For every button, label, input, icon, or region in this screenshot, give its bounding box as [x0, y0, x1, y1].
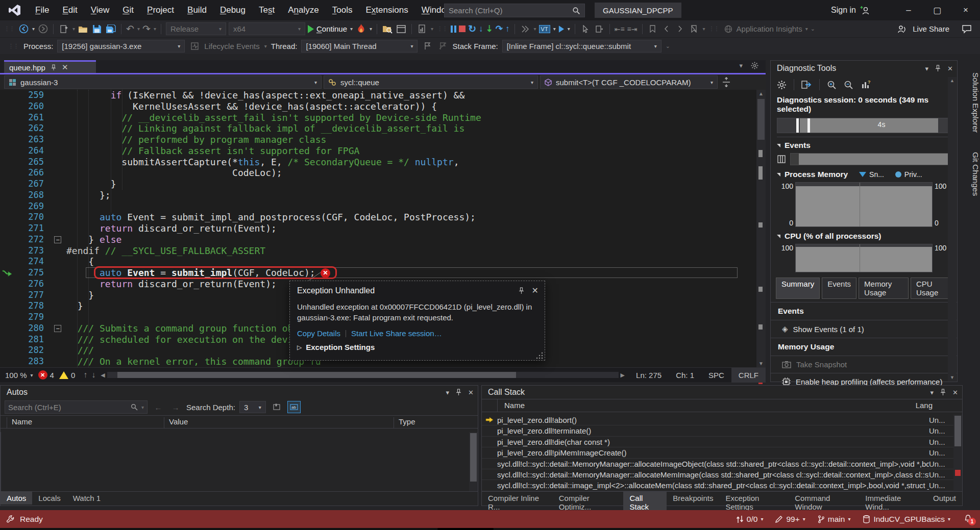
- diag-settings-gear-icon[interactable]: [777, 80, 787, 90]
- autos-tab-watch-1[interactable]: Watch 1: [67, 492, 107, 504]
- call-stack-row[interactable]: sycl.dll!cl::sycl::detail::MemoryManager…: [482, 469, 953, 480]
- menu-file[interactable]: File: [29, 0, 56, 20]
- code-line-267[interactable]: 267 }: [0, 179, 756, 190]
- breakpoint-margin[interactable]: [0, 212, 14, 223]
- call-stack-row[interactable]: pi_level_zero.dll!abort()Un...: [482, 415, 953, 425]
- breakpoint-margin[interactable]: [0, 245, 14, 257]
- cs-lang-column-header[interactable]: Lang: [916, 401, 933, 410]
- breakpoint-margin[interactable]: [0, 101, 14, 112]
- toggle-bookmark-icon[interactable]: [647, 23, 658, 35]
- search-depth-dropdown[interactable]: 3▾: [239, 401, 266, 413]
- breakpoint-margin[interactable]: [0, 334, 14, 345]
- bookmarks-dropdown[interactable]: ▾: [703, 26, 705, 32]
- autos-tab-autos[interactable]: Autos: [1, 492, 32, 504]
- menu-build[interactable]: Build: [181, 0, 213, 20]
- diagnostics-timeline[interactable]: 4s: [777, 118, 951, 133]
- code-line-275[interactable]: 275 auto Event = submit_impl(CGF, CodeLo…: [0, 267, 756, 279]
- overflow-chevron[interactable]: ⌄: [666, 43, 670, 49]
- error-count-icon[interactable]: ✕: [38, 370, 47, 380]
- tab-queue-hpp[interactable]: queue.hpp ✕: [4, 60, 96, 73]
- stop-debugging-button[interactable]: [459, 26, 465, 32]
- code-line-259[interactable]: 259 if (IsKernel && !device_has(aspect::…: [0, 90, 756, 101]
- tab-list-dropdown-icon[interactable]: ▾: [739, 62, 743, 69]
- close-panel-icon[interactable]: ✕: [952, 389, 958, 396]
- application-insights-label[interactable]: Application Insights: [737, 24, 802, 33]
- breakpoint-margin[interactable]: [0, 90, 14, 101]
- process-memory-section-header[interactable]: Process Memory Sn... Priv...: [771, 166, 957, 181]
- breakpoint-margin[interactable]: [0, 256, 14, 267]
- cpu-plot[interactable]: [795, 244, 933, 272]
- warning-count[interactable]: 0: [71, 371, 75, 380]
- autos-grid-body[interactable]: [1, 432, 469, 491]
- line-indicator[interactable]: Ln: 275: [629, 371, 669, 380]
- background-tasks-icon[interactable]: [6, 515, 15, 523]
- continue-play-icon[interactable]: [308, 25, 314, 33]
- breakpoint-margin[interactable]: [0, 356, 14, 367]
- call-stack-row[interactable]: sycl.dll!cl::sycl::detail::MemoryManager…: [482, 459, 953, 469]
- panel-dropdown-icon[interactable]: ▾: [446, 389, 450, 396]
- undo-dropdown[interactable]: ▾: [137, 26, 140, 32]
- navigate-forward-button[interactable]: [37, 23, 48, 35]
- pointer-select-icon[interactable]: [580, 23, 591, 35]
- breakpoint-margin[interactable]: [0, 112, 14, 123]
- diagnostics-tab-memory-usage[interactable]: Memory Usage: [859, 277, 909, 299]
- breakpoint-margin[interactable]: [0, 234, 14, 245]
- call-stack-row[interactable]: pi_level_zero.dll!piMemImageCreate()Un..…: [482, 447, 953, 458]
- take-snapshot-button[interactable]: Take Snapshot: [771, 356, 957, 373]
- cs-name-column-header[interactable]: Name: [504, 401, 525, 410]
- breakpoint-margin[interactable]: [0, 134, 14, 145]
- search-input[interactable]: Search (Ctrl+Q): [444, 4, 585, 17]
- toolbar-grip[interactable]: ⋮⋮: [8, 43, 18, 49]
- code-line-272[interactable]: 272− } else: [0, 234, 756, 245]
- menu-view[interactable]: View: [84, 0, 116, 20]
- navigate-back-dropdown[interactable]: ▾: [32, 26, 35, 32]
- code-line-268[interactable]: 268 };: [0, 190, 756, 201]
- lifecycle-events-button[interactable]: Lifecycle Events: [204, 42, 259, 51]
- panel-dropdown-icon[interactable]: ▾: [925, 65, 929, 72]
- code-line-273[interactable]: 273#endif // __SYCL_USE_FALLBACK_ASSERT: [0, 245, 756, 257]
- breakpoint-margin[interactable]: [0, 300, 14, 312]
- save-all-button[interactable]: [105, 23, 116, 35]
- start-profiling-icon[interactable]: [559, 26, 564, 33]
- callstack-tab-output[interactable]: Output: [927, 492, 962, 504]
- copy-details-link[interactable]: Copy Details: [297, 329, 340, 338]
- toolbar-grip[interactable]: ⋮⋮: [709, 26, 719, 32]
- zoom-in-icon[interactable]: [827, 80, 837, 90]
- code-line-265[interactable]: 265 submitAssertCapture(*this, E, /* Sec…: [0, 157, 756, 168]
- step-into-button[interactable]: ⇣: [486, 23, 493, 34]
- intellitrace-dropdown[interactable]: ▾: [534, 26, 536, 32]
- code-line-274[interactable]: 274 {: [0, 256, 756, 267]
- sync-commits-button[interactable]: 0/0 ▾: [731, 510, 768, 528]
- navigate-back-button[interactable]: [18, 23, 29, 35]
- events-section-header[interactable]: Events: [771, 137, 957, 152]
- sign-in-button[interactable]: Sign in: [831, 0, 870, 20]
- hot-reload-icon[interactable]: [355, 23, 366, 35]
- pin-panel-icon[interactable]: [935, 65, 941, 72]
- callstack-tab-breakpoints[interactable]: Breakpoints: [667, 492, 719, 504]
- format-values-toggle[interactable]: ab: [287, 401, 301, 413]
- pin-tab-icon[interactable]: [51, 64, 57, 71]
- close-panel-icon[interactable]: ✕: [947, 65, 953, 72]
- redo-button[interactable]: ↷: [142, 23, 151, 35]
- vt-tool-dropdown[interactable]: ▾: [553, 26, 556, 32]
- pin-panel-icon[interactable]: [940, 389, 946, 396]
- pin-popup-icon[interactable]: [518, 287, 525, 294]
- line-ending-indicator[interactable]: CRLF: [731, 368, 766, 383]
- call-stack-row[interactable]: pi_level_zero.dll!terminate()Un...: [482, 425, 953, 436]
- cpu-section-header[interactable]: CPU (% of all processors): [771, 228, 957, 243]
- start-profiling-dropdown[interactable]: ▾: [568, 26, 570, 32]
- breakpoint-margin[interactable]: [0, 290, 14, 301]
- fold-collapse-icon[interactable]: −: [51, 323, 66, 334]
- nav-project-dropdown[interactable]: gaussian-3▾: [4, 75, 322, 89]
- navigate-symbol-icon[interactable]: [594, 23, 605, 35]
- increase-indent-icon[interactable]: ≡⇥: [627, 25, 638, 33]
- decrease-indent-icon[interactable]: ⇤≡: [615, 25, 625, 33]
- process-dropdown[interactable]: [19256] gaussian-3.exe▾: [57, 40, 185, 53]
- step-over-button[interactable]: ↷: [496, 23, 503, 34]
- show-events-link[interactable]: ◈ Show Events (1 of 1): [771, 320, 957, 338]
- popup-resize-grip[interactable]: [536, 352, 543, 359]
- current-branch-button[interactable]: main ▾: [813, 510, 855, 528]
- breakpoint-margin[interactable]: [0, 223, 14, 234]
- breakpoint-margin[interactable]: [0, 179, 14, 190]
- panel-dropdown-icon[interactable]: ▾: [930, 389, 934, 396]
